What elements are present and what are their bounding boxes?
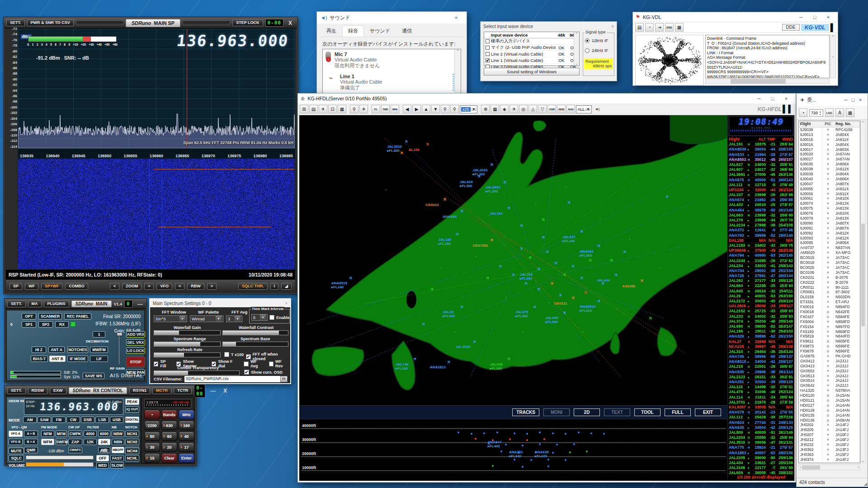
input-device-row[interactable]: Line 2 (Virtual Audio Cable)OKOK	[484, 51, 579, 57]
checkbox-icon[interactable]	[486, 52, 490, 56]
ant-b-button[interactable]: ANT B	[49, 356, 66, 362]
agc-fast-button[interactable]: FAST	[110, 455, 124, 461]
contacts-table[interactable]: FlightPICReg. No.5J5039×RPC41096J0013×JA…	[798, 121, 860, 463]
aircraft-icon[interactable]: ✈	[459, 208, 465, 214]
contact-row[interactable]: 6J0040×JA806X	[799, 177, 860, 182]
rx-button[interactable]: RX	[55, 321, 69, 328]
sqlc-button[interactable]: SQLC	[9, 455, 24, 461]
close-icon[interactable]: ×	[285, 301, 288, 306]
pan-up-icon[interactable]: ▲	[422, 105, 430, 113]
flight-row[interactable]: JAL29▸40001-53263/150	[728, 294, 794, 299]
contact-row[interactable]: FX5193×N869FD	[799, 329, 860, 334]
flight-row[interactable]: JAL664▾22298-25253/ 94	[728, 283, 794, 288]
aircraft-icon[interactable]: ✈	[596, 243, 602, 249]
aircraft-icon[interactable]: ✈	[536, 266, 542, 272]
moni-label-icon[interactable]: MNI	[391, 105, 399, 113]
aircraft-icon[interactable]: ✈	[561, 272, 568, 278]
full-button[interactable]: FULL	[665, 408, 691, 416]
flight-row[interactable]: ANA251▸32004-39259/129	[728, 380, 794, 385]
scrollbar[interactable]: ⌃⌄	[574, 32, 579, 66]
contact-row[interactable]: 6J0038×JA812X	[799, 167, 860, 172]
contact-row[interactable]: JH0202×JA14FJ	[799, 422, 860, 427]
flight-row[interactable]: ANA734▸28002-38251/104	[728, 268, 794, 273]
route-icon[interactable]: ✈	[359, 105, 368, 113]
rf-gain-slider[interactable]	[118, 332, 120, 365]
minimize-icon[interactable]: —	[208, 387, 218, 394]
map-display[interactable]: ++++++++++++++++✈JAL3510▸FL360✈AL158✈✈JA…	[299, 115, 727, 405]
contact-row[interactable]: CK0221×B-2076	[799, 275, 860, 280]
aircraft-icon[interactable]: ✈	[399, 150, 405, 156]
agc-med-button[interactable]: MED	[96, 462, 109, 469]
close-icon[interactable]: X	[286, 19, 295, 27]
contact-row[interactable]: 5J5039×RPC4109	[799, 127, 860, 132]
wf-contrast-slider[interactable]	[222, 330, 288, 335]
contact-row[interactable]: GK0642×JA22JJ	[799, 383, 860, 388]
minimize-icon[interactable]: —	[135, 300, 146, 308]
contact-row[interactable]: BC0025×JA73AC	[799, 265, 860, 270]
flight-row[interactable]: JAL234▴33003-41258/143	[728, 263, 794, 268]
rx-titlebar[interactable]: SETT. RDSW EXW SDRunoRX CONTROL RSYN1 MC…	[5, 386, 196, 396]
contact-row[interactable]: FX5004×N858FD	[799, 319, 860, 324]
checkbox-icon[interactable]	[486, 46, 490, 50]
flight-row[interactable]: JAL2172▸30003-40259/124	[728, 299, 794, 304]
interval-spinner[interactable]: 720 ▲▼	[809, 109, 823, 117]
ma-button[interactable]: MA	[28, 300, 42, 307]
flight-row[interactable]: NCA225▸35997-45259/138	[728, 344, 794, 349]
cwafc-button[interactable]: CWAFC	[68, 447, 82, 453]
filter-select[interactable]: ALL▼	[576, 105, 592, 113]
flight-row[interactable]: ANA454▸38978-50261/149	[728, 208, 794, 213]
flight-row[interactable]: JAL659H36000-45258/152	[728, 470, 794, 474]
nav-icon[interactable]: NAV	[566, 105, 575, 113]
csv-filename-input[interactable]: SDRuno_PWRSNR.csv	[184, 376, 280, 382]
sqlc-thr-button[interactable]: SQLC THR.	[238, 283, 268, 290]
keypad-enter-button[interactable]: Enter	[179, 453, 194, 463]
sp2-button[interactable]: SP2	[38, 321, 53, 328]
contact-row[interactable]: 6J0093×JA812X	[799, 236, 860, 241]
flight-row[interactable]: JAL112▴25428-30257/116	[728, 415, 794, 420]
device-item[interactable]: ↓Mic 7Virtual Audio Cable現在利用できません	[323, 49, 461, 71]
input-dialog-titlebar[interactable]: Select input wave device ×	[481, 22, 617, 31]
dde-button[interactable]: DDE	[782, 24, 800, 31]
stop-button[interactable]: STOP	[126, 357, 145, 367]
dde-mini-icon[interactable]: DDE	[665, 23, 674, 32]
contacts-titlebar[interactable]: ✈ 受... ─□×	[797, 94, 868, 106]
flight-row[interactable]: JAL434▾23621-27255/109	[728, 460, 794, 465]
flight-row[interactable]: ANA8502H35012-45265/107	[728, 157, 794, 162]
font-icon[interactable]: A	[835, 108, 844, 117]
flight-row[interactable]: ANA1863▸40007-52260/156	[728, 450, 794, 455]
close-icon[interactable]: ×	[611, 24, 614, 29]
sp-button[interactable]: SP	[9, 283, 22, 290]
vdl-message-text[interactable]: Downlink - Command Frame T O : F002A2 (G…	[705, 35, 830, 78]
contact-row[interactable]: GK0513×JA24JJ	[799, 374, 860, 379]
ant-a-button[interactable]: ANT A	[48, 347, 65, 353]
flight-row[interactable]: ANA535▸29996-38261/114	[728, 370, 794, 375]
contact-row[interactable]: 6J0015×JA811X	[799, 137, 860, 142]
iq-out-button[interactable]: IQ OUT	[125, 406, 139, 413]
aircraft-icon[interactable]: ✈	[519, 246, 525, 252]
b-a-button[interactable]: B > A	[24, 439, 38, 445]
flight-row[interactable]: ANA793▸39999-52260/149	[728, 233, 794, 238]
waypoint-icon[interactable]: △	[528, 105, 537, 113]
sett-button[interactable]: SETT.	[7, 387, 26, 394]
flight-row[interactable]: JAL292▾27177-33255/128	[728, 278, 794, 283]
contact-row[interactable]: BC0018×JA73AC	[799, 260, 860, 265]
contact-row[interactable]: HD0121oJA15AN	[799, 398, 860, 403]
aircraft-icon[interactable]: ✈	[609, 257, 615, 263]
mode-am-button[interactable]: AM	[23, 417, 37, 423]
altitude-profile[interactable]: 40000ft30000ft20000ft10000ftANA647▸FL400…	[299, 419, 727, 481]
rsyn1-button[interactable]: RSYN1	[129, 387, 150, 394]
contact-row[interactable]: AA9737×N837AN	[799, 245, 860, 250]
swfm-button[interactable]: SWFM	[56, 439, 67, 445]
contact-row[interactable]: 6J0079×JA813X	[799, 216, 860, 221]
hiz-button[interactable]: HI Z	[32, 347, 46, 353]
contact-row[interactable]: FX0167oN584FE	[799, 314, 860, 319]
contact-row[interactable]: 6J0075×JA813X	[799, 206, 860, 211]
main-sp-titlebar[interactable]: SETT. PWR & SNR TO CSV SDRunoMAIN SP STE…	[4, 18, 297, 28]
exw-button[interactable]: EXW	[50, 387, 66, 394]
flight-row[interactable]: JAL115▾14499-10276/ 51	[728, 385, 794, 389]
aircraft-icon[interactable]: ✈	[420, 321, 427, 327]
minimize-icon[interactable]: ─	[752, 96, 766, 101]
aircraft-icon[interactable]: ✈	[570, 295, 576, 301]
contact-row[interactable]: HA1325×N378HA	[799, 388, 860, 393]
flight-row[interactable]: JAL3510H36006-47261/131	[728, 440, 794, 445]
